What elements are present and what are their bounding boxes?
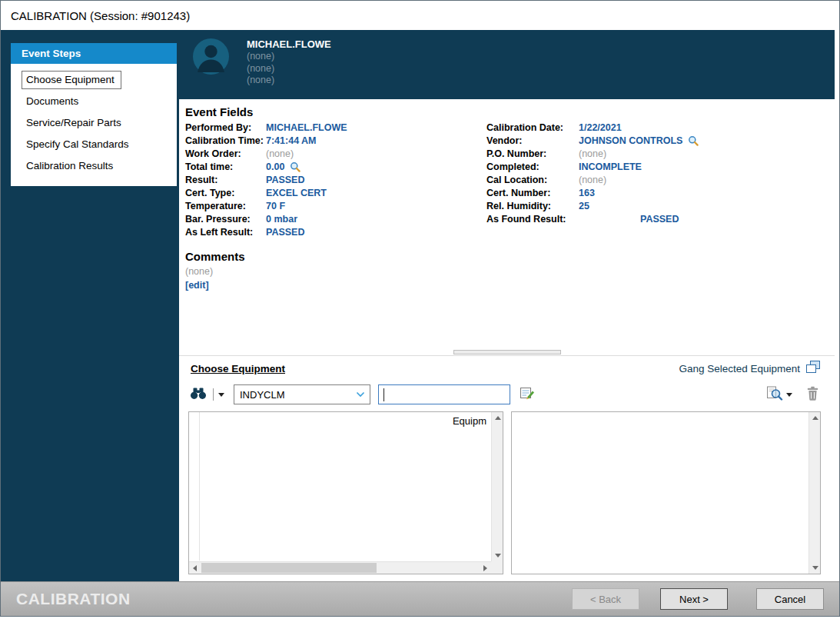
- field-as-left-result: As Left Result: PASSED: [185, 225, 486, 238]
- right-list-vertical-scrollbar[interactable]: [808, 412, 820, 574]
- field-calibration-date: Calibration Date: 1/22/2021: [486, 121, 835, 134]
- chevron-down-icon: [218, 393, 224, 397]
- equipment-column-header: Equipm: [453, 415, 486, 427]
- document-magnifier-icon: [765, 386, 783, 404]
- comments-value: (none): [185, 265, 835, 278]
- splitter-grip[interactable]: [453, 350, 561, 354]
- wizard-footer: CALIBRATION < Back Next > Cancel: [1, 581, 839, 616]
- calibration-window: CALIBRATION (Session: #901243) Event Ste…: [0, 0, 840, 617]
- sidebar-item-choose-equipment[interactable]: Choose Equipment: [13, 69, 174, 91]
- scroll-up-button[interactable]: [809, 412, 821, 424]
- gang-selected-equipment-button[interactable]: Gang Selected Equipment: [679, 360, 821, 377]
- event-fields-section: Event Fields Performed By: MICHAEL.FLOWE…: [179, 99, 835, 348]
- find-dropdown-button[interactable]: [217, 391, 226, 398]
- sidebar-item-calibration-results[interactable]: Calibration Results: [13, 155, 174, 177]
- choose-equipment-title: Choose Equipment: [191, 363, 285, 374]
- left-list-horizontal-scrollbar[interactable]: [189, 561, 491, 574]
- find-button[interactable]: [188, 385, 208, 404]
- banner-line-2: (none): [247, 63, 331, 75]
- event-steps-list: Choose Equipment Documents Service/Repai…: [11, 64, 177, 186]
- scroll-up-button[interactable]: [492, 412, 503, 424]
- back-button[interactable]: < Back: [572, 588, 639, 610]
- gang-label: Gang Selected Equipment: [679, 363, 800, 374]
- sidebar-item-service-repair-parts[interactable]: Service/Repair Parts: [13, 112, 174, 134]
- field-cal-location: Cal Location: (none): [486, 173, 835, 186]
- field-cert-type: Cert. Type: EXCEL CERT: [185, 186, 486, 199]
- comments-section: Comments (none) [edit]: [185, 250, 835, 291]
- text-caret: [383, 388, 384, 401]
- field-bar-pressure: Bar. Pressure: 0 mbar: [185, 212, 486, 225]
- horizontal-splitter[interactable]: [179, 348, 835, 356]
- selected-equipment-list[interactable]: [511, 411, 821, 574]
- equipment-search-box: [378, 384, 510, 404]
- title-bar: CALIBRATION (Session: #901243): [1, 1, 839, 30]
- sidebar-item-documents[interactable]: Documents: [13, 91, 174, 112]
- chevron-down-icon: [786, 393, 792, 397]
- banner-user-name: MICHAEL.FLOWE: [247, 38, 331, 51]
- comments-title: Comments: [185, 250, 835, 263]
- field-completed: Completed: INCOMPLETE: [486, 160, 835, 173]
- choose-equipment-panel: Choose Equipment Gang Selected Equipment: [179, 356, 835, 581]
- preview-equipment-button[interactable]: [764, 384, 785, 405]
- event-steps-sidebar: Event Steps Choose Equipment Documents S…: [1, 30, 179, 581]
- field-po-number: P.O. Number: (none): [486, 147, 835, 160]
- combo-chevron-down-icon: [351, 391, 370, 398]
- comments-edit-link[interactable]: [edit]: [185, 279, 209, 291]
- sidebar-item-specify-cal-standards[interactable]: Specify Cal Standards: [13, 134, 174, 155]
- edit-list-button[interactable]: [518, 384, 536, 405]
- vendor-lookup-icon[interactable]: [688, 135, 699, 146]
- filter-selected-value: INDYCLM: [234, 389, 351, 401]
- banner-line-3: (none): [247, 75, 331, 87]
- field-temperature: Temperature: 70 F: [185, 199, 486, 212]
- gang-windows-icon: [805, 360, 821, 377]
- avatar: [192, 38, 230, 78]
- next-button[interactable]: Next >: [660, 588, 728, 610]
- field-rel-humidity: Rel. Humidity: 25: [486, 199, 835, 212]
- field-cert-number: Cert. Number: 163: [486, 186, 835, 199]
- binoculars-icon: [190, 387, 207, 403]
- trash-icon: [806, 386, 819, 404]
- equipment-results-list[interactable]: Equipm: [188, 411, 503, 574]
- delete-equipment-button[interactable]: [805, 384, 821, 405]
- total-time-lookup-icon[interactable]: [290, 161, 300, 172]
- scroll-down-button[interactable]: [809, 562, 821, 574]
- scrollbar-corner: [491, 561, 503, 574]
- equipment-search-input[interactable]: [379, 385, 510, 404]
- field-total-time: Total time: 0.00: [185, 160, 486, 173]
- footer-brand: CALIBRATION: [16, 590, 572, 608]
- field-result: Result: PASSED: [185, 173, 486, 186]
- equipment-toolbar: INDYCLM: [188, 384, 821, 405]
- preview-dropdown-button[interactable]: [785, 391, 794, 398]
- banner-line-1: (none): [247, 51, 331, 63]
- scroll-right-button[interactable]: [480, 562, 491, 574]
- field-vendor: Vendor: JOHNSON CONTROLS: [486, 134, 835, 147]
- scroll-down-button[interactable]: [492, 550, 503, 561]
- column-divider: [199, 412, 200, 561]
- field-work-order: Work Order: (none): [185, 147, 486, 160]
- event-fields-title: Event Fields: [185, 105, 835, 118]
- scroll-left-button[interactable]: [189, 562, 201, 574]
- horizontal-scroll-thumb[interactable]: [201, 563, 377, 573]
- left-list-vertical-scrollbar[interactable]: [491, 412, 503, 561]
- event-steps-header: Event Steps: [11, 43, 177, 64]
- equipment-filter-combobox[interactable]: INDYCLM: [234, 384, 370, 404]
- edit-form-icon: [520, 386, 535, 404]
- field-performed-by: Performed By: MICHAEL.FLOWE: [185, 121, 486, 134]
- cancel-button[interactable]: Cancel: [756, 588, 824, 610]
- find-split-separator: [213, 388, 214, 401]
- window-title: CALIBRATION (Session: #901243): [11, 9, 190, 22]
- field-as-found-result: As Found Result: PASSED: [486, 212, 835, 225]
- field-calibration-time: Calibration Time: 7:41:44 AM: [185, 134, 486, 147]
- user-banner: MICHAEL.FLOWE (none) (none) (none): [179, 30, 835, 99]
